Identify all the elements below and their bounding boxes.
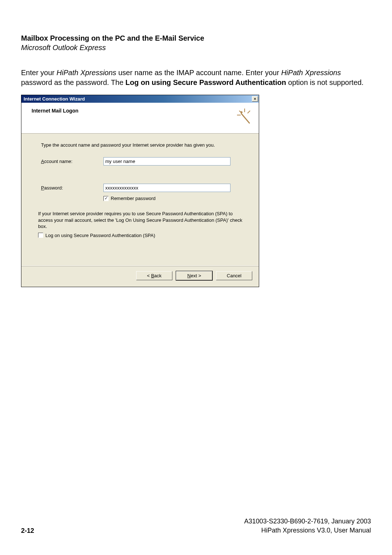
spa-description: If your Internet service provider requir… <box>38 211 244 230</box>
account-label-accel: A <box>41 159 44 164</box>
remember-password-row: ✓ Remember password <box>103 196 244 201</box>
para-option-name: Log on using Secure Password Authenticat… <box>126 78 286 86</box>
footer-docid: A31003-S2330-B690-2-7619, January 2003 <box>244 517 371 526</box>
footer-doctitle: HiPath Xpressions V3.0, User Manual <box>244 526 371 535</box>
next-accel: N <box>187 273 191 278</box>
section-subheading: Microsoft Outlook Express <box>21 44 371 52</box>
spa-accel: S <box>74 233 77 238</box>
back-pre: < <box>147 273 151 278</box>
dialog-footer: < Back Next > Cancel <box>21 266 259 287</box>
password-input[interactable] <box>103 184 230 192</box>
footer-meta: A31003-S2330-B690-2-7619, January 2003 H… <box>244 517 371 535</box>
account-name-input[interactable] <box>103 157 230 166</box>
remember-password-label: Remember password <box>111 196 156 201</box>
password-row: Password: <box>41 184 244 192</box>
para-product-1: HiPath Xpressions <box>57 69 117 77</box>
spa-label: Log on using Secure Password Authenticat… <box>45 233 155 238</box>
remember-accel: w <box>145 196 148 201</box>
back-button[interactable]: < Back <box>136 271 172 280</box>
svg-line-2 <box>248 111 250 113</box>
close-button[interactable]: × <box>252 96 258 102</box>
next-button[interactable]: Next > <box>176 271 212 280</box>
page-number: 2-12 <box>21 527 34 535</box>
dialog-body: Type the account name and password your … <box>21 134 259 266</box>
spa-pre: Log on using <box>45 233 74 238</box>
para-text: password as the password. The <box>21 78 126 86</box>
svg-line-4 <box>241 114 249 123</box>
remember-pre: Remember pass <box>111 196 145 201</box>
cancel-button[interactable]: Cancel <box>216 271 252 280</box>
wizard-dialog: Internet Connection Wizard × Internet Ma… <box>21 95 259 287</box>
spa-post: ecure Password Authentication (SPA) <box>77 233 155 238</box>
account-label: Account name: <box>41 159 103 164</box>
wizard-icon <box>236 108 253 125</box>
back-accel: B <box>151 273 154 278</box>
dialog-instruction: Type the account name and password your … <box>41 142 244 148</box>
spa-checkbox[interactable] <box>38 233 43 238</box>
page-footer: 2-12 A31003-S2330-B690-2-7619, January 2… <box>21 517 371 535</box>
password-label-accel: P <box>41 185 44 191</box>
para-text: user name as the IMAP account name. Ente… <box>116 69 281 77</box>
para-text: option is not supported. <box>286 78 363 86</box>
spa-row: Log on using Secure Password Authenticat… <box>38 233 244 238</box>
dialog-header-title: Internet Mail Logon <box>32 108 78 114</box>
account-row: Account name: <box>41 157 244 166</box>
password-label-rest: assword: <box>44 185 63 191</box>
para-product-2: HiPath Xpressions <box>281 69 341 77</box>
password-label: Password: <box>41 185 103 191</box>
back-post: ack <box>154 273 162 278</box>
remember-password-checkbox[interactable]: ✓ <box>103 196 109 201</box>
next-post: ext > <box>191 273 201 278</box>
para-text: Enter your <box>21 69 57 77</box>
dialog-titlebar: Internet Connection Wizard × <box>21 95 259 103</box>
remember-post: ord <box>149 196 156 201</box>
dialog-header: Internet Mail Logon <box>21 103 259 134</box>
intro-paragraph: Enter your HiPath Xpressions user name a… <box>21 68 371 87</box>
account-label-rest: ccount name: <box>44 159 73 164</box>
dialog-title: Internet Connection Wizard <box>24 96 85 102</box>
section-heading: Mailbox Processing on the PC and the E-M… <box>21 33 371 43</box>
